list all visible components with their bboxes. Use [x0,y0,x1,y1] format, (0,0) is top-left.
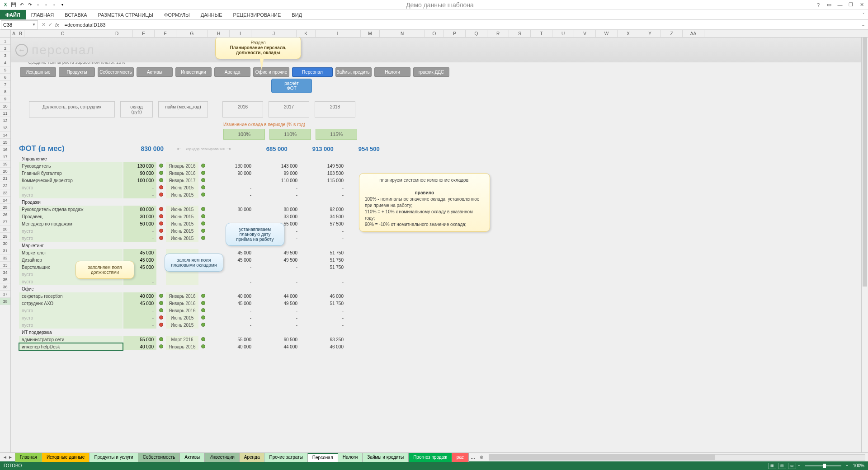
salary-cell[interactable]: 90 000 [123,169,156,177]
year-value-cell[interactable]: - [208,307,254,314]
col-header[interactable]: U [552,30,574,37]
year-value-cell[interactable]: 88 000 [254,206,300,213]
sheet-tab[interactable]: Прочие затраты [264,453,307,462]
zoom-out-icon[interactable]: − [798,463,801,468]
sheet-tab[interactable]: Налоги [338,453,363,462]
year-value-cell[interactable]: - [208,314,254,321]
vertical-scrollbar[interactable] [861,38,868,452]
row-header[interactable]: 2 [0,45,10,52]
sheet-tab[interactable]: Займы и кредиты [362,453,409,462]
salary-cell[interactable]: - [123,321,156,329]
row-header[interactable]: 23 [0,189,10,197]
sheet-tab[interactable]: Активы [179,453,205,462]
nav-button[interactable]: Персонал [292,67,333,77]
formula-expand-icon[interactable]: ⌄ [859,22,868,28]
nav-button[interactable]: Аренда [214,67,250,77]
view-break-icon[interactable]: ▭ [788,463,796,469]
col-header[interactable]: J [251,30,297,37]
position-cell[interactable]: пусто [19,321,123,329]
year-value-cell[interactable]: 51 750 [300,256,346,263]
col-header[interactable]: T [531,30,552,37]
accept-formula-icon[interactable]: ✓ [48,22,52,28]
name-box-dropdown-icon[interactable]: ▼ [32,23,36,27]
year-value-cell[interactable]: 40 000 [208,343,254,350]
hire-date-cell[interactable]: Июнь 2015 [166,184,198,191]
col-header[interactable]: S [509,30,531,37]
year-value-cell[interactable]: - [254,191,300,198]
restore-icon[interactable]: ❐ [846,1,855,9]
row-header[interactable]: 36 [0,283,10,291]
sheet-tab[interactable]: Главная [15,453,42,462]
hire-date-cell[interactable]: Июнь 2015 [166,227,198,235]
percent-box[interactable]: 100% [223,129,265,140]
year-value-cell[interactable]: 44 000 [254,343,300,350]
year-value-cell[interactable]: - [208,191,254,198]
row-header[interactable]: 3 [0,52,10,59]
sheet-tab[interactable]: Прогноз продаж [408,453,452,462]
year-value-cell[interactable]: - [254,184,300,191]
year-value-cell[interactable]: - [300,307,346,314]
position-cell[interactable]: пусто [19,314,123,321]
year-value-cell[interactable]: 130 000 [208,162,254,169]
hire-date-cell[interactable]: Июнь 2015 [166,220,198,227]
sheet-tab[interactable]: Продукты и услуги [89,453,138,462]
col-header[interactable]: I [230,30,251,37]
position-cell[interactable]: инженер helpDesk [19,343,123,350]
row-header[interactable]: 1 [0,38,10,45]
sheet-nav-more-icon[interactable]: … [469,455,477,460]
hire-date-cell[interactable]: Июнь 2015 [166,321,198,329]
sheet-nav-prev-icon[interactable]: ◄ [3,455,7,460]
year-value-cell[interactable]: 149 500 [300,162,346,169]
salary-cell[interactable]: - [123,307,156,314]
year-value-cell[interactable] [208,213,254,220]
row-header[interactable]: 5 [0,66,10,74]
position-cell[interactable]: администратор сети [19,336,123,343]
col-header[interactable]: R [487,30,509,37]
position-cell[interactable]: Руководитель отдела продаж [19,206,123,213]
nav-button[interactable]: Исх.данные [20,67,56,77]
year-value-cell[interactable]: 55 000 [208,336,254,343]
salary-cell[interactable]: - [123,191,156,198]
row-header[interactable]: 35 [0,276,10,283]
col-header[interactable]: D [101,30,133,37]
position-cell[interactable]: Продавец [19,213,123,220]
year-value-cell[interactable]: - [254,278,300,285]
row-header[interactable]: 12 [0,117,10,124]
ribbon-tab-file[interactable]: ФАЙЛ [0,10,26,19]
hire-date-cell[interactable]: Март 2016 [166,336,198,343]
nav-button[interactable]: Офис и прочие [253,67,289,77]
hire-date-cell[interactable]: Январь 2016 [166,169,198,177]
row-header[interactable]: 6 [0,74,10,81]
hire-date-cell[interactable]: Июнь 2015 [166,213,198,220]
row-header[interactable]: 28 [0,226,10,233]
col-header[interactable]: P [444,30,466,37]
position-cell[interactable]: Коммерческий директор [19,177,123,184]
row-header[interactable]: 38 [0,298,10,305]
year-value-cell[interactable]: - [300,314,346,321]
sheet-tab[interactable]: Исходные данные [42,453,90,462]
col-header[interactable]: E [133,30,155,37]
year-value-cell[interactable]: - [208,177,254,184]
year-value-cell[interactable]: 92 000 [300,206,346,213]
row-header[interactable]: 17 [0,153,10,160]
salary-cell[interactable]: 45 000 [123,249,156,256]
salary-cell[interactable]: 100 000 [123,177,156,184]
save-icon[interactable]: 💾 [10,1,17,9]
year-value-cell[interactable]: 45 000 [208,300,254,307]
qat-icon[interactable]: ▫ [34,1,42,9]
row-header[interactable]: 26 [0,211,10,218]
year-value-cell[interactable]: 34 500 [300,213,346,220]
back-arrow-icon[interactable]: ← [15,44,28,56]
row-header[interactable]: 8 [0,88,10,95]
salary-cell[interactable]: 30 000 [123,213,156,220]
horizontal-scrollbar[interactable] [489,454,865,461]
year-value-cell[interactable]: - [300,235,346,242]
year-value-cell[interactable]: 40 000 [208,292,254,300]
row-header[interactable]: 15 [0,139,10,146]
row-header[interactable]: 7 [0,81,10,88]
qat-dropdown-icon[interactable]: ▼ [59,1,66,9]
year-value-cell[interactable]: - [254,314,300,321]
col-header[interactable]: V [574,30,596,37]
select-all-corner[interactable] [0,30,11,37]
nav-button[interactable]: Займы, кредиты [335,67,372,77]
